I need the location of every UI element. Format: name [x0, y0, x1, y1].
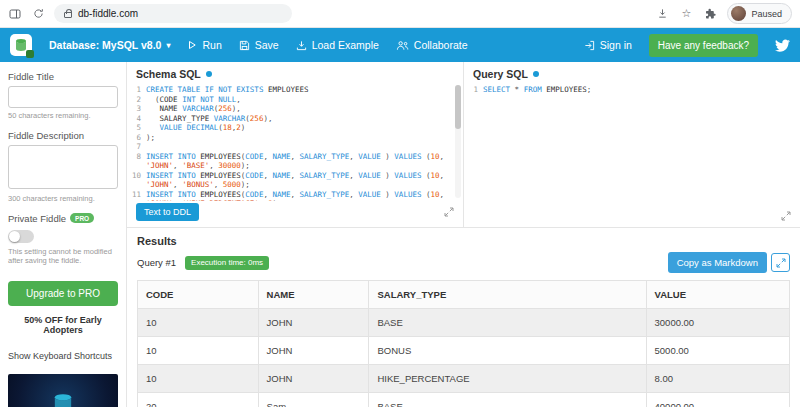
copy-as-markdown-button[interactable]: Copy as Markdown — [668, 252, 767, 273]
line-number: 5 — [130, 123, 146, 133]
sign-in-button[interactable]: Sign in — [584, 39, 632, 51]
line-number: 6 — [130, 133, 146, 143]
database-selector[interactable]: Database: MySQL v8.0 ▾ — [49, 39, 170, 51]
code-line: 7 — [130, 142, 453, 152]
chevron-down-icon: ▾ — [166, 41, 170, 50]
carbon-ad: Automate machine learning to increase pr… — [8, 374, 118, 407]
description-chars-remaining: 300 characters remaining. — [8, 194, 118, 204]
private-fiddle-label: Private Fiddle — [8, 213, 66, 224]
table-cell: HIKE_PERCENTAGE — [369, 365, 646, 393]
code-line: 'JOHN', 'HIKE_PERCENTAGE', 8); — [130, 199, 453, 201]
results-title: Results — [137, 235, 790, 247]
query-panel: Query SQL 1SELECT * FROM EMPLOYEES; — [464, 62, 800, 227]
line-number — [130, 180, 146, 190]
twitter-icon[interactable] — [775, 39, 790, 52]
code-line: 11INSERT INTO EMPLOYEES(CODE, NAME, SALA… — [130, 190, 453, 200]
logo-badge — [26, 50, 34, 58]
column-header: CODE — [138, 281, 259, 309]
line-number: 7 — [130, 142, 146, 152]
unsaved-indicator-dot — [206, 71, 212, 77]
db-fiddle-logo[interactable] — [10, 34, 32, 56]
app-toolbar: Database: MySQL v8.0 ▾ Run Save Load Exa… — [0, 28, 800, 62]
line-number: 8 — [130, 152, 146, 162]
upgrade-pro-button[interactable]: Upgrade to PRO — [8, 281, 118, 306]
private-fiddle-note: This setting cannot be modified after sa… — [8, 247, 118, 267]
results-section: Results Query #1 Execution time: 0ms Cop… — [127, 228, 800, 407]
table-row: 10JOHNBASE30000.00 — [138, 309, 790, 337]
code-line: 'JOHN', 'BASE', 30000); — [130, 161, 453, 171]
load-example-button[interactable]: Load Example — [296, 39, 379, 51]
side-panel-icon[interactable] — [8, 7, 22, 21]
table-cell: Sam — [258, 393, 369, 407]
table-cell: 20 — [138, 393, 259, 407]
schema-scrollbar[interactable] — [455, 85, 461, 198]
star-icon[interactable]: ☆ — [679, 7, 693, 21]
fiddle-title-input[interactable] — [8, 86, 118, 108]
query-number-label: Query #1 — [137, 257, 176, 268]
schema-panel: Schema SQL 1CREATE TABLE IF NOT EXISTS E… — [127, 62, 464, 227]
schema-panel-title: Schema SQL — [136, 68, 201, 80]
feedback-button[interactable]: Have any feedback? — [649, 34, 758, 57]
load-icon — [296, 40, 307, 51]
schema-editor[interactable]: 1CREATE TABLE IF NOT EXISTS EMPLOYEES2 (… — [127, 82, 463, 201]
lock-icon — [64, 12, 72, 18]
column-header: VALUE — [646, 281, 789, 309]
line-number — [130, 161, 146, 171]
table-cell: BASE — [369, 393, 646, 407]
table-cell: 40000.00 — [646, 393, 789, 407]
table-cell: JOHN — [258, 337, 369, 365]
query-panel-title: Query SQL — [473, 68, 528, 80]
table-cell: 30000.00 — [646, 309, 789, 337]
editors-row: Schema SQL 1CREATE TABLE IF NOT EXISTS E… — [127, 62, 800, 228]
line-number: 10 — [130, 171, 146, 181]
code-line: 1SELECT * FROM EMPLOYEES; — [467, 85, 790, 95]
line-number: 4 — [130, 114, 146, 124]
table-cell: 10 — [138, 365, 259, 393]
results-table-body: 10JOHNBASE30000.0010JOHNBONUS5000.0010JO… — [138, 309, 790, 407]
table-row: 10JOHNHIKE_PERCENTAGE8.00 — [138, 365, 790, 393]
code-line: 4 SALARY_TYPE VARCHAR(256), — [130, 114, 453, 124]
pro-badge: PRO — [70, 213, 94, 223]
people-icon — [396, 40, 409, 51]
save-button[interactable]: Save — [239, 39, 279, 51]
keyboard-shortcuts-link[interactable]: Show Keyboard Shortcuts — [8, 351, 118, 361]
address-bar[interactable]: db-fiddle.com — [54, 4, 292, 23]
results-expand-icon[interactable] — [771, 253, 790, 272]
url-text: db-fiddle.com — [78, 8, 138, 19]
code-line: 6); — [130, 133, 453, 143]
line-number: 1 — [130, 85, 146, 95]
table-row: 10JOHNBONUS5000.00 — [138, 337, 790, 365]
table-cell: JOHN — [258, 365, 369, 393]
profile-paused-badge[interactable]: Paused — [727, 3, 792, 24]
avatar — [731, 6, 746, 21]
table-cell: BASE — [369, 309, 646, 337]
fiddle-description-input[interactable] — [8, 145, 118, 189]
text-to-ddl-button[interactable]: Text to DDL — [136, 203, 199, 221]
download-icon[interactable] — [655, 7, 669, 21]
query-editor[interactable]: 1SELECT * FROM EMPLOYEES; — [464, 82, 800, 209]
run-button[interactable]: Run — [187, 39, 221, 51]
results-table-header-row: CODENAMESALARY_TYPEVALUE — [138, 281, 790, 309]
schema-code: 1CREATE TABLE IF NOT EXISTS EMPLOYEES2 (… — [130, 85, 453, 201]
sign-in-icon — [584, 40, 595, 51]
refresh-icon[interactable] — [31, 7, 45, 21]
table-cell: JOHN — [258, 309, 369, 337]
code-line: 10INSERT INTO EMPLOYEES(CODE, NAME, SALA… — [130, 171, 453, 181]
query-code: 1SELECT * FROM EMPLOYEES; — [467, 85, 790, 95]
query-expand-icon[interactable] — [781, 211, 791, 221]
unsaved-indicator-dot — [533, 71, 539, 77]
private-fiddle-toggle[interactable] — [8, 230, 34, 243]
save-icon — [239, 40, 250, 51]
collaborate-button[interactable]: Collaborate — [396, 39, 468, 51]
table-row: 20SamBASE40000.00 — [138, 393, 790, 407]
fiddle-title-label: Fiddle Title — [8, 71, 118, 82]
schema-expand-icon[interactable] — [444, 207, 454, 217]
code-line: 5 VALUE DECIMAL(18,2) — [130, 123, 453, 133]
play-icon — [187, 40, 197, 50]
execution-time-badge: Execution time: 0ms — [185, 256, 269, 270]
table-cell: 10 — [138, 337, 259, 365]
ad-image[interactable] — [8, 374, 118, 407]
extensions-icon[interactable] — [703, 7, 717, 21]
discount-text: 50% OFF for Early Adopters — [8, 315, 118, 335]
line-number: 2 — [130, 95, 146, 105]
